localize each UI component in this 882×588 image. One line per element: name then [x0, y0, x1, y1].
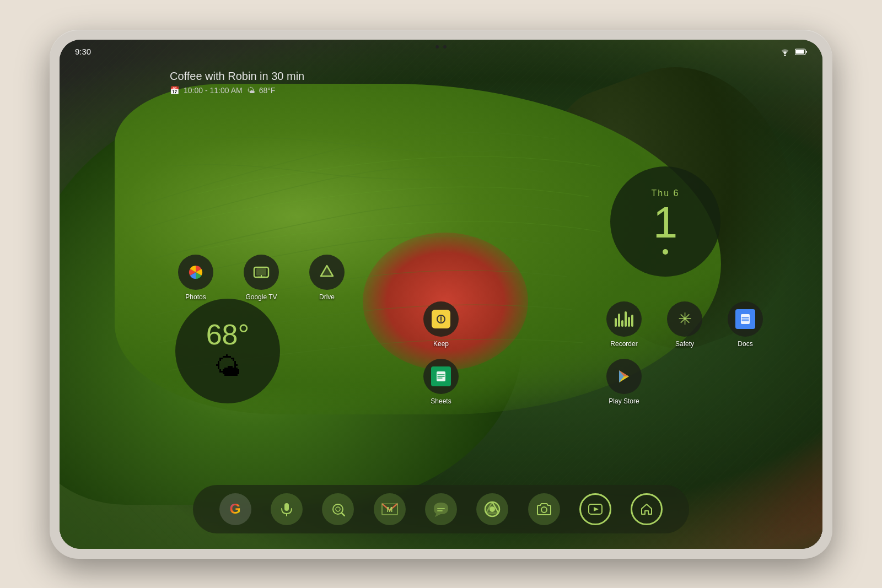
keep-icon: [432, 310, 450, 328]
weather-icon-small: 🌤: [247, 86, 255, 95]
wifi-icon: [779, 47, 790, 56]
calendar-event-time: 10:00 - 11:00 AM: [184, 86, 243, 95]
recorder-icon-circle: [606, 301, 642, 337]
sheets-label: Sheets: [431, 397, 451, 405]
gmail-icon-circle: M: [374, 493, 406, 525]
mic-icon: [279, 501, 294, 517]
recorder-label: Recorder: [610, 340, 637, 348]
app-keep[interactable]: Keep: [423, 301, 459, 348]
dock-app-mic[interactable]: [271, 493, 303, 525]
chrome-icon-circle: [476, 493, 508, 525]
app-safety[interactable]: ✳ Safety: [660, 301, 709, 348]
svg-point-17: [541, 507, 547, 513]
google-tv-label: Google TV: [245, 293, 277, 301]
app-google-tv[interactable]: Google TV: [244, 255, 279, 301]
tablet-screen: 9:30 Coffee with Robin in 30 min 📅: [60, 40, 822, 549]
mic-icon-circle: [271, 493, 303, 525]
lens-icon: [331, 502, 345, 516]
svg-text:M: M: [386, 505, 392, 514]
calendar-event-title: Coffee with Robin in 30 min: [170, 70, 304, 83]
docs-icon-wrap: [735, 309, 755, 329]
status-icons: [779, 47, 807, 56]
dock-app-messages[interactable]: [425, 493, 457, 525]
photos-icon: [186, 263, 205, 282]
weather-temp: 68°: [206, 320, 250, 349]
svg-point-6: [440, 321, 442, 322]
google-icon-circle: G: [219, 493, 251, 525]
messages-icon: [433, 501, 449, 517]
dock-app-youtube[interactable]: [579, 493, 611, 525]
svg-point-11: [336, 507, 340, 511]
svg-rect-4: [256, 268, 266, 276]
camera-dot-right: [443, 45, 447, 48]
gmail-icon: M: [381, 503, 399, 516]
calendar-widget[interactable]: Coffee with Robin in 30 min 📅 10:00 - 11…: [170, 70, 304, 95]
status-bar: 9:30: [60, 40, 822, 64]
safety-label: Safety: [675, 340, 694, 348]
drive-icon: [318, 263, 336, 282]
weather-widget[interactable]: 68° 🌤: [175, 299, 280, 403]
dock-app-chrome[interactable]: [476, 493, 508, 525]
clock-day: Thu 6: [652, 188, 680, 198]
weather-icon-container: 🌤: [214, 352, 241, 382]
battery-icon: [795, 48, 807, 55]
dock-app-google[interactable]: G: [219, 493, 251, 525]
status-time: 9:30: [75, 47, 91, 56]
safety-icon-circle: ✳: [667, 301, 702, 337]
clock-number: 1: [653, 201, 678, 245]
app-play-store[interactable]: Play Store: [599, 359, 649, 405]
clock-widget[interactable]: Thu 6 1: [610, 166, 720, 277]
calendar-weather: 68°F: [259, 86, 276, 95]
lens-icon-circle: [322, 493, 354, 525]
google-tv-icon: [252, 263, 271, 282]
dock-app-launcher[interactable]: [631, 493, 663, 525]
play-store-icon-circle: [606, 359, 642, 394]
camera-dot-left: [435, 45, 439, 48]
svg-point-16: [490, 506, 495, 512]
camera-icon: [536, 502, 552, 516]
svg-point-0: [784, 55, 786, 56]
apps-col-center: Keep Sheets: [423, 301, 459, 405]
clock-dot: [663, 249, 668, 255]
camera-area: [435, 45, 447, 48]
dock: G: [193, 485, 689, 533]
docs-icon-circle: [728, 301, 763, 337]
youtube-icon: [588, 503, 603, 515]
apps-grid-right: Recorder ✳ Safety: [599, 301, 770, 405]
drive-icon-circle: [309, 255, 345, 290]
google-tv-icon-circle: [244, 255, 279, 290]
sheets-icon-wrap: [431, 366, 451, 386]
keep-label: Keep: [433, 340, 449, 348]
sheets-icon-circle: [423, 359, 459, 394]
recorder-bars-icon: [615, 311, 633, 327]
keep-icon-circle: [423, 301, 459, 337]
apps-row-middle: Photos Google TV: [178, 255, 345, 301]
chrome-icon: [483, 500, 502, 519]
play-store-icon: [615, 367, 633, 386]
app-sheets[interactable]: Sheets: [423, 359, 459, 405]
svg-rect-9: [284, 503, 289, 511]
play-store-label: Play Store: [609, 397, 639, 405]
launcher-icon-circle: [631, 493, 663, 525]
safety-icon: ✳: [678, 309, 692, 328]
dock-app-lens[interactable]: [322, 493, 354, 525]
app-photos[interactable]: Photos: [178, 255, 213, 301]
app-docs[interactable]: Docs: [720, 301, 770, 348]
youtube-icon-circle: [579, 493, 611, 525]
google-g-icon: G: [230, 500, 241, 517]
photos-label: Photos: [185, 293, 206, 301]
calendar-icon: 📅: [170, 86, 179, 95]
app-recorder[interactable]: Recorder: [599, 301, 649, 348]
launcher-icon: [639, 502, 654, 516]
svg-rect-2: [796, 50, 804, 53]
tablet-device: 9:30 Coffee with Robin in 30 min 📅: [50, 30, 832, 559]
app-drive[interactable]: Drive: [309, 255, 345, 301]
messages-icon-circle: [425, 493, 457, 525]
dock-app-camera[interactable]: [528, 493, 560, 525]
photos-icon-circle: [178, 255, 213, 290]
calendar-event-details: 📅 10:00 - 11:00 AM 🌤 68°F: [170, 86, 304, 95]
dock-app-gmail[interactable]: M: [374, 493, 406, 525]
docs-label: Docs: [738, 340, 752, 348]
camera-icon-circle: [528, 493, 560, 525]
drive-label: Drive: [319, 293, 335, 301]
